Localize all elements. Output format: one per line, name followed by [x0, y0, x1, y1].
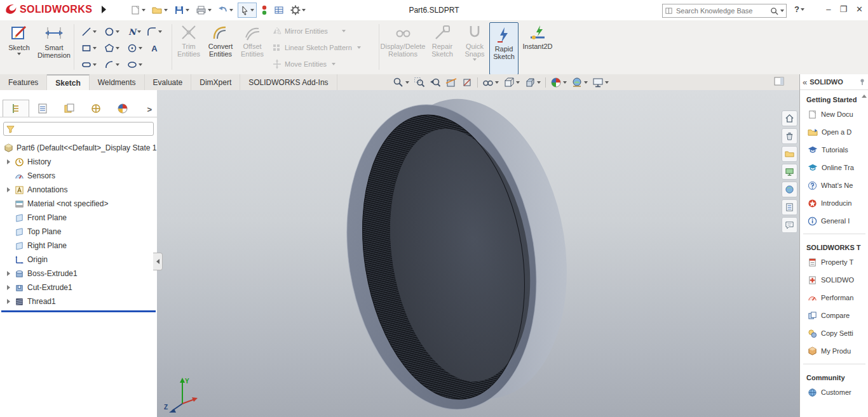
- line-tool[interactable]: [78, 27, 100, 37]
- task-item-my-products[interactable]: My Produ: [800, 342, 868, 360]
- instant2d-button[interactable]: Instant2D: [521, 20, 554, 77]
- file-explorer-button[interactable]: [782, 146, 797, 162]
- perimeter-circle-tool[interactable]: [123, 43, 146, 53]
- part-thread-band[interactable]: [345, 96, 574, 417]
- rapid-sketch-button[interactable]: Rapid Sketch: [489, 22, 519, 75]
- task-item-general-info[interactable]: General I: [800, 212, 868, 230]
- web-browser-button[interactable]: [782, 182, 797, 197]
- tab-configuration-manager[interactable]: [56, 100, 83, 117]
- rectangle-tool[interactable]: [78, 43, 100, 53]
- convert-entities-button[interactable]: Convert Entities: [205, 20, 236, 77]
- tab-sketch[interactable]: Sketch: [47, 74, 89, 90]
- slot-tool[interactable]: [78, 60, 100, 70]
- graphics-viewport[interactable]: Y Z: [157, 90, 799, 417]
- tree-item-sensors[interactable]: Sensors: [0, 169, 157, 183]
- task-item-online-training[interactable]: Online Tra: [800, 159, 868, 176]
- tab-addins[interactable]: SOLIDWORKS Add-Ins: [240, 74, 337, 90]
- new-document-button[interactable]: [128, 2, 147, 18]
- orientation-triad[interactable]: Y Z: [163, 376, 208, 415]
- tree-root[interactable]: Part6 (Default<<Default>_Display State 1: [0, 141, 157, 155]
- tab-property-manager[interactable]: [29, 100, 56, 117]
- tab-dimxpert-manager[interactable]: [83, 100, 109, 117]
- display-style-button[interactable]: [503, 77, 520, 88]
- task-item-solidworks-rx[interactable]: SOLIDWO: [800, 271, 868, 289]
- search-input[interactable]: [675, 6, 768, 15]
- apply-scene-button[interactable]: [571, 77, 588, 88]
- tree-item-right-plane[interactable]: Right Plane: [0, 239, 157, 253]
- smart-dimension-button[interactable]: Smart Dimension: [36, 20, 72, 74]
- tab-featuremanager-tree[interactable]: [3, 100, 29, 117]
- task-item-introducing[interactable]: Introducin: [800, 194, 868, 212]
- fillet-tool[interactable]: [146, 27, 163, 37]
- tree-item-origin[interactable]: Origin: [0, 253, 157, 267]
- spline-tool[interactable]: N: [123, 27, 146, 37]
- sketch-caret[interactable]: [17, 53, 21, 55]
- arc-tool[interactable]: [100, 60, 123, 70]
- tree-filter-input[interactable]: [3, 122, 154, 136]
- task-item-compare[interactable]: Compare: [800, 307, 868, 324]
- comments-button[interactable]: [782, 217, 797, 233]
- help-button[interactable]: ?: [794, 4, 804, 14]
- tab-display-manager[interactable]: [109, 100, 136, 117]
- knowledge-base-search[interactable]: [662, 4, 787, 18]
- scroll-up-button[interactable]: [860, 92, 868, 100]
- tree-item-cut-extrude[interactable]: Cut-Extrude1: [0, 281, 157, 295]
- task-item-tutorials[interactable]: Tutorials: [800, 141, 868, 159]
- ellipse-tool[interactable]: [123, 60, 146, 70]
- tree-item-front-plane[interactable]: Front Plane: [0, 211, 157, 225]
- toolbar-expand-icon[interactable]: [102, 6, 106, 13]
- task-item-performance[interactable]: Performan: [800, 289, 868, 307]
- hide-show-items-button[interactable]: [482, 77, 499, 88]
- custom-properties-button[interactable]: [782, 199, 797, 215]
- open-document-button[interactable]: [150, 2, 170, 18]
- task-item-copy-settings[interactable]: Copy Setti: [800, 324, 868, 342]
- tab-features[interactable]: Features: [0, 74, 47, 90]
- xpress-products-button[interactable]: [259, 2, 269, 18]
- pin-icon[interactable]: [858, 78, 866, 86]
- tree-item-boss-extrude[interactable]: Boss-Extrude1: [0, 267, 157, 281]
- edit-appearance-button[interactable]: [550, 77, 567, 88]
- zoom-to-fit-button[interactable]: [393, 77, 409, 88]
- recycle-bin-button[interactable]: [782, 128, 797, 144]
- task-item-open-document[interactable]: Open a D: [800, 123, 868, 141]
- task-item-new-document[interactable]: New Docu: [800, 105, 868, 123]
- undo-button[interactable]: [216, 2, 235, 18]
- view-settings-button[interactable]: [592, 77, 609, 88]
- select-tool-button[interactable]: [238, 3, 257, 18]
- expand-pane-icon[interactable]: «: [803, 77, 807, 87]
- save-button[interactable]: [172, 2, 191, 18]
- tree-item-top-plane[interactable]: Top Plane: [0, 225, 157, 239]
- home-button[interactable]: [782, 110, 797, 126]
- zoom-to-area-button[interactable]: [414, 77, 425, 88]
- print-button[interactable]: [194, 2, 214, 18]
- previous-view-button[interactable]: [430, 77, 441, 88]
- tree-item-material[interactable]: Material <not specified>: [0, 197, 157, 211]
- view-selector-button[interactable]: [782, 164, 797, 180]
- polygon-tool[interactable]: [100, 43, 123, 53]
- tab-weldments[interactable]: Weldments: [90, 74, 145, 90]
- rollback-bar[interactable]: [1, 310, 156, 312]
- section-view-button[interactable]: [445, 77, 457, 88]
- tab-dimxpert[interactable]: DimXpert: [191, 74, 240, 90]
- task-pane-toggle[interactable]: [774, 77, 784, 86]
- design-table-button[interactable]: [272, 2, 286, 18]
- panel-collapse-handle[interactable]: [153, 253, 163, 270]
- tab-evaluate[interactable]: Evaluate: [145, 74, 192, 90]
- tree-item-history[interactable]: History: [0, 155, 157, 169]
- tree-item-thread[interactable]: Thread1: [0, 295, 157, 308]
- view-orientation-button[interactable]: [524, 77, 541, 88]
- sketch-button[interactable]: Sketch: [3, 20, 36, 74]
- close-button[interactable]: ✕: [856, 4, 863, 14]
- circle-tool[interactable]: [100, 27, 123, 37]
- model-3d-part[interactable]: [345, 96, 574, 417]
- dynamic-annotation-button[interactable]: [461, 77, 473, 88]
- task-item-property-tab[interactable]: Property T: [800, 253, 868, 271]
- text-tool[interactable]: A: [146, 44, 163, 53]
- task-item-whats-new[interactable]: What's Ne: [800, 176, 868, 194]
- task-item-customer-portal[interactable]: Customer: [800, 383, 868, 401]
- tree-item-annotations[interactable]: Annotations: [0, 183, 157, 197]
- restore-button[interactable]: ❐: [839, 4, 847, 14]
- options-button[interactable]: [288, 2, 308, 18]
- search-scope-caret[interactable]: [780, 10, 784, 12]
- manager-tab-overflow[interactable]: >: [147, 105, 152, 114]
